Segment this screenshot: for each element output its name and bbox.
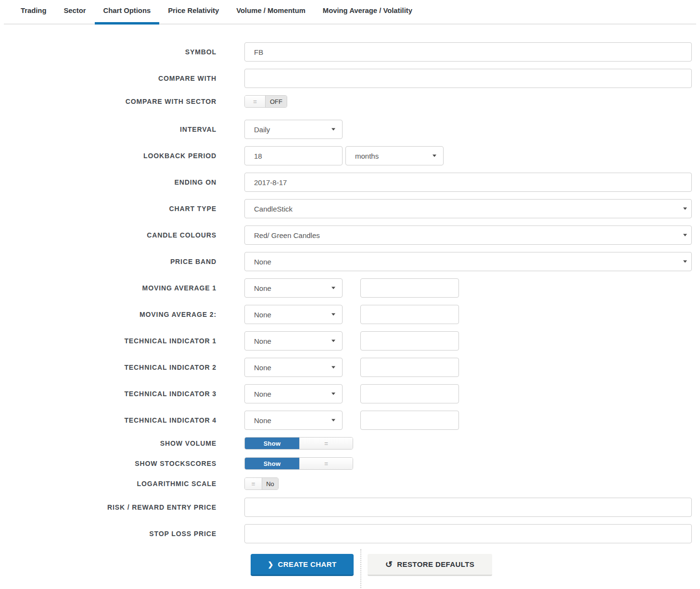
technical-indicator-4-param-input[interactable]	[360, 411, 459, 430]
technical-indicator-4-select[interactable]: None	[244, 411, 343, 430]
dropdown-arrow-icon	[683, 261, 687, 263]
interval-label: INTERVAL	[0, 125, 216, 134]
logarithmic-scale-row: LOGARITHMIC SCALE = No	[0, 477, 700, 490]
risk-reward-entry-price-row: RISK / REWARD ENTRY PRICE	[0, 498, 700, 517]
tab-trading[interactable]: Trading	[12, 0, 55, 25]
chart-type-select[interactable]: CandleStick	[244, 199, 692, 218]
candle-colours-label: CANDLE COLOURS	[0, 231, 216, 239]
chart-type-row: CHART TYPE CandleStick	[0, 199, 700, 218]
show-stockscores-label: SHOW STOCKSCORES	[0, 460, 216, 468]
technical-indicator-4-selected-value: None	[254, 416, 271, 425]
compare-with-sector-label: COMPARE WITH SECTOR	[0, 98, 216, 106]
lookback-period-row: LOOKBACK PERIOD months	[0, 146, 700, 165]
show-stockscores-row: SHOW STOCKSCORES Show =	[0, 457, 700, 470]
toggle-handle-icon: =	[299, 458, 353, 469]
technical-indicator-1-param-input[interactable]	[360, 331, 459, 351]
create-chart-button-label: CREATE CHART	[278, 560, 337, 568]
show-volume-row: SHOW VOLUME Show =	[0, 437, 700, 450]
lookback-period-input[interactable]	[244, 146, 343, 165]
tab-volume-momentum[interactable]: Volume / Momentum	[228, 0, 314, 25]
restore-defaults-button-label: RESTORE DEFAULTS	[397, 560, 474, 568]
moving-average-1-label: MOVING AVERAGE 1	[0, 284, 216, 292]
dropdown-arrow-icon	[331, 419, 335, 422]
interval-row: INTERVAL Daily	[0, 120, 700, 139]
compare-with-sector-row: COMPARE WITH SECTOR = OFF	[0, 95, 700, 108]
chevron-right-icon: ❯	[267, 561, 273, 568]
moving-average-1-selected-value: None	[254, 284, 271, 292]
stop-loss-price-row: STOP LOSS PRICE	[0, 524, 700, 543]
technical-indicator-3-row: TECHNICAL INDICATOR 3 None	[0, 384, 700, 403]
technical-indicator-3-select[interactable]: None	[244, 384, 343, 403]
show-volume-label: SHOW VOLUME	[0, 439, 216, 448]
symbol-input[interactable]	[244, 42, 692, 62]
price-band-select[interactable]: None	[244, 252, 692, 271]
lookback-period-label: LOOKBACK PERIOD	[0, 152, 216, 160]
price-band-label: PRICE BAND	[0, 258, 216, 266]
logarithmic-scale-toggle[interactable]: = No	[244, 477, 279, 490]
technical-indicator-1-select[interactable]: None	[244, 331, 343, 351]
price-band-row: PRICE BAND None	[0, 252, 700, 271]
dropdown-arrow-icon	[331, 366, 335, 369]
chart-options-form: SYMBOL COMPARE WITH COMPARE WITH SECTOR …	[0, 42, 700, 589]
actions-divider	[360, 549, 361, 589]
moving-average-2-label: MOVING AVERAGE 2:	[0, 311, 216, 319]
dropdown-arrow-icon	[683, 208, 687, 210]
toggle-handle-icon: =	[245, 96, 266, 107]
compare-with-label: COMPARE WITH	[0, 75, 216, 83]
show-stockscores-toggle[interactable]: Show =	[244, 457, 353, 470]
tab-bar: Trading Sector Chart Options Price Relat…	[4, 0, 696, 25]
toggle-handle-icon: =	[245, 478, 262, 489]
ending-on-input[interactable]	[244, 173, 692, 192]
tab-chart-options[interactable]: Chart Options	[95, 0, 160, 25]
technical-indicator-1-label: TECHNICAL INDICATOR 1	[0, 337, 216, 345]
moving-average-2-row: MOVING AVERAGE 2: None	[0, 305, 700, 324]
candle-colours-select[interactable]: Red/ Green Candles	[244, 226, 692, 245]
toggle-off-label: OFF	[266, 96, 287, 107]
show-volume-toggle[interactable]: Show =	[244, 437, 353, 450]
compare-with-input[interactable]	[244, 69, 692, 88]
tab-sector[interactable]: Sector	[55, 0, 94, 25]
chart-type-selected-value: CandleStick	[254, 205, 293, 213]
risk-reward-entry-price-label: RISK / REWARD ENTRY PRICE	[0, 503, 216, 512]
compare-with-sector-toggle[interactable]: = OFF	[244, 95, 287, 108]
moving-average-2-select[interactable]: None	[244, 305, 343, 324]
interval-selected-value: Daily	[254, 125, 270, 134]
toggle-off-label: No	[262, 478, 278, 489]
technical-indicator-4-row: TECHNICAL INDICATOR 4 None	[0, 411, 700, 430]
candle-colours-selected-value: Red/ Green Candles	[254, 231, 320, 239]
restore-defaults-button[interactable]: ↺ RESTORE DEFAULTS	[368, 554, 492, 576]
logarithmic-scale-label: LOGARITHMIC SCALE	[0, 480, 216, 488]
technical-indicator-3-param-input[interactable]	[360, 384, 459, 403]
moving-average-1-select[interactable]: None	[244, 278, 343, 298]
technical-indicator-2-select[interactable]: None	[244, 358, 343, 377]
technical-indicator-2-label: TECHNICAL INDICATOR 2	[0, 363, 216, 372]
technical-indicator-3-selected-value: None	[254, 390, 271, 398]
technical-indicator-1-row: TECHNICAL INDICATOR 1 None	[0, 331, 700, 351]
moving-average-1-param-input[interactable]	[360, 278, 459, 298]
price-band-selected-value: None	[254, 258, 271, 266]
tab-price-relativity[interactable]: Price Relativity	[159, 0, 228, 25]
moving-average-2-param-input[interactable]	[360, 305, 459, 324]
moving-average-1-row: MOVING AVERAGE 1 None	[0, 278, 700, 298]
risk-reward-entry-price-input[interactable]	[244, 498, 692, 517]
technical-indicator-1-selected-value: None	[254, 337, 271, 345]
dropdown-arrow-icon	[433, 155, 436, 157]
form-actions: ❯ CREATE CHART ↺ RESTORE DEFAULTS	[251, 554, 700, 589]
toggle-handle-icon: =	[299, 438, 353, 449]
technical-indicator-2-param-input[interactable]	[360, 358, 459, 377]
dropdown-arrow-icon	[331, 340, 335, 342]
lookback-unit-selected-value: months	[355, 152, 379, 160]
moving-average-2-selected-value: None	[254, 311, 271, 319]
toggle-on-label: Show	[245, 438, 299, 449]
create-chart-button[interactable]: ❯ CREATE CHART	[251, 554, 354, 576]
stop-loss-price-input[interactable]	[244, 524, 692, 543]
lookback-unit-select[interactable]: months	[345, 146, 444, 165]
symbol-row: SYMBOL	[0, 42, 700, 62]
technical-indicator-3-label: TECHNICAL INDICATOR 3	[0, 390, 216, 398]
interval-select[interactable]: Daily	[244, 120, 343, 139]
dropdown-arrow-icon	[683, 234, 687, 237]
toggle-on-label: Show	[245, 458, 299, 469]
candle-colours-row: CANDLE COLOURS Red/ Green Candles	[0, 226, 700, 245]
tab-moving-average-volatility[interactable]: Moving Average / Volatility	[314, 0, 421, 25]
ending-on-label: ENDING ON	[0, 178, 216, 187]
